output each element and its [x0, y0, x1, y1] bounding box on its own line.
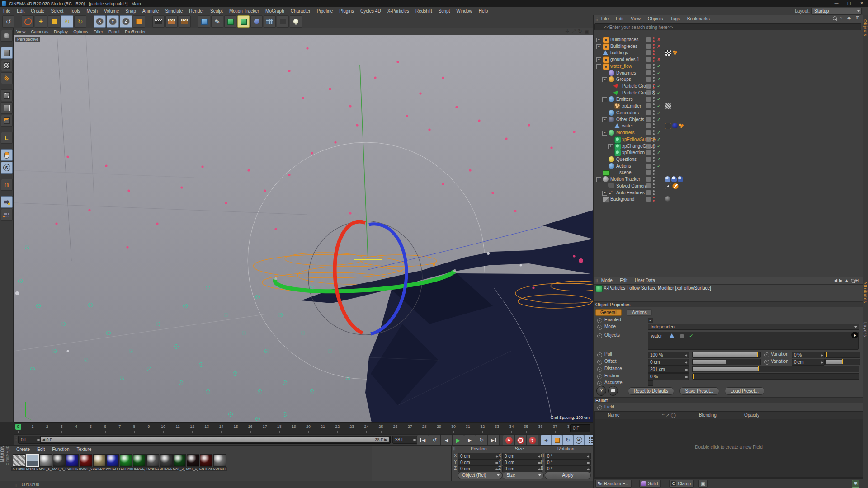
coord-input-position-x[interactable]: 0 cm — [458, 453, 500, 460]
menu-sculpt[interactable]: Sculpt — [207, 7, 226, 15]
object-row-groups[interactable]: −Groups✓ — [594, 76, 863, 83]
target-icon[interactable] — [764, 360, 769, 365]
frame-label-1[interactable]: 1 — [32, 424, 34, 429]
material-terrain[interactable]: TERRAIN — [120, 454, 132, 472]
tex-ball-tag-icon[interactable] — [665, 196, 670, 202]
frame-label-11[interactable]: 11 — [175, 424, 179, 429]
material-thumbnail[interactable] — [39, 454, 52, 467]
object-row-solved-camera[interactable]: Solved Camera — [594, 183, 863, 189]
add-spline-icon[interactable]: ✎ — [211, 15, 223, 28]
spinner-icon[interactable] — [586, 454, 590, 459]
coord-input-position-y[interactable]: 0 cm — [458, 459, 500, 466]
spinner-icon[interactable] — [820, 353, 823, 358]
enabled-icon[interactable]: ✓ — [657, 96, 660, 103]
layer-chip[interactable] — [646, 130, 651, 135]
layer-chip[interactable] — [646, 170, 651, 175]
material-buildin[interactable]: BUILDIN — [93, 454, 106, 472]
visibility-dots[interactable] — [653, 90, 655, 95]
menu-snap[interactable]: Snap — [122, 7, 139, 15]
frame-label-21[interactable]: 21 — [321, 424, 325, 429]
menu-pipeline[interactable]: Pipeline — [314, 7, 336, 15]
enabled-icon[interactable]: ✓ — [657, 143, 660, 150]
tweak-mode-icon[interactable] — [1, 149, 13, 161]
frame-label-4[interactable]: 4 — [75, 424, 77, 429]
enabled-icon[interactable]: ✓ — [657, 70, 660, 76]
coord-input-rotation-b[interactable]: 0 ° — [545, 465, 591, 472]
menu-edit[interactable]: Edit — [14, 7, 28, 15]
range-left-handle[interactable]: ◀ 0 F — [42, 437, 52, 442]
material-bridge[interactable]: BRIDGE — [160, 454, 173, 472]
axis-mode-icon[interactable]: L — [1, 132, 13, 144]
orange-dots-tag-icon[interactable] — [679, 123, 684, 128]
enabled-icon[interactable]: ✓ — [657, 149, 660, 156]
object-row-ground-edes-1[interactable]: +ground edes.1✗ — [594, 56, 863, 63]
viewport-menu-view[interactable]: View — [14, 28, 28, 35]
make-editable-icon[interactable] — [1, 30, 13, 42]
frame-label-32[interactable]: 32 — [480, 424, 485, 429]
material-thumbnail[interactable] — [106, 454, 119, 467]
side-tab-layers[interactable]: Layers — [863, 322, 868, 337]
layer-chip[interactable] — [646, 144, 651, 149]
menu-render[interactable]: Render — [186, 7, 207, 15]
material-mat-5-i[interactable]: MAT_5_I — [39, 454, 52, 472]
frame-label-7[interactable]: 7 — [118, 424, 121, 429]
frame-label-15[interactable]: 15 — [233, 424, 238, 429]
x-axis-lock-icon[interactable]: X — [94, 15, 106, 28]
section-header[interactable]: Object Properties — [594, 301, 863, 307]
expand-icon[interactable]: − — [602, 131, 607, 136]
material-roof-c[interactable]: ROOF_C — [80, 454, 92, 472]
attribute-manager-icons[interactable]: ◀▶▲⊞ — [834, 277, 860, 284]
current-frame-field[interactable]: 0 F — [570, 424, 590, 432]
visibility-dots[interactable] — [653, 70, 655, 75]
apply-button[interactable]: Apply — [545, 472, 591, 479]
material-mat-4-i[interactable]: MAT_4_I — [53, 454, 66, 472]
frame-label-2[interactable]: 2 — [46, 424, 48, 429]
visibility-dots[interactable] — [653, 117, 655, 122]
coord-input-position-z[interactable]: 0 cm — [458, 465, 500, 472]
visibility-dots[interactable] — [653, 50, 655, 55]
object-row-dynamics[interactable]: Dynamics✓ — [594, 70, 863, 76]
menu-script[interactable]: Script — [435, 7, 453, 15]
coord-input-size-z[interactable]: 0 cm — [502, 465, 542, 472]
play-forward-button[interactable]: ▶ — [452, 435, 464, 446]
expand-icon[interactable]: − — [602, 97, 607, 102]
material-water[interactable]: WATER_ — [106, 454, 119, 472]
menu-plugins[interactable]: Plugins — [336, 7, 357, 15]
disabled-icon[interactable]: ✗ — [657, 43, 660, 50]
move-icon[interactable]: + — [35, 15, 47, 28]
coordinate-system-icon[interactable] — [133, 15, 145, 28]
next-frame-button[interactable]: ▶ — [464, 435, 476, 446]
visibility-dots[interactable] — [653, 84, 655, 89]
menu-cycles-4d[interactable]: Cycles 4D — [357, 7, 384, 15]
model-mode-icon[interactable] — [1, 47, 13, 59]
material-mat-2-i[interactable]: MAT_2_I — [173, 454, 186, 472]
render-view-icon[interactable] — [152, 15, 165, 28]
add-floor-icon[interactable] — [264, 15, 276, 28]
side-tab-objects[interactable]: Objects — [863, 19, 868, 37]
key-blue2-tag-icon[interactable] — [671, 176, 677, 182]
om-menu-edit[interactable]: Edit — [612, 15, 627, 23]
frame-label-12[interactable]: 12 — [190, 424, 194, 429]
menu-simulate[interactable]: Simulate — [162, 7, 186, 15]
object-row-motion-tracker[interactable]: +Motion Tracker — [594, 176, 863, 183]
layer-chip[interactable] — [646, 57, 651, 62]
friction-slider[interactable] — [692, 373, 859, 380]
menu-select[interactable]: Select — [47, 7, 66, 15]
om-menu-view[interactable]: View — [627, 15, 644, 23]
falloff-button-solid[interactable]: Solid — [639, 480, 661, 488]
object-row-water[interactable]: water — [594, 122, 863, 129]
scale-icon[interactable] — [48, 15, 60, 28]
frame-label-28[interactable]: 28 — [422, 424, 427, 429]
no-entry-tag-icon[interactable] — [672, 183, 679, 189]
object-row-xpchangegroup[interactable]: +xpChangeGroup✓ — [594, 143, 863, 150]
layer-chip[interactable] — [646, 77, 651, 82]
frame-label-37[interactable]: 37 — [553, 424, 557, 429]
button-reset-to-defaults[interactable]: Reset to Defaults — [628, 387, 674, 395]
coord-input-size-x[interactable]: 0 cm — [502, 453, 542, 460]
objects-list[interactable]: water✓ — [648, 332, 859, 350]
visibility-dots[interactable] — [653, 190, 655, 195]
frame-label-30[interactable]: 30 — [451, 424, 456, 429]
material-thumbnail[interactable] — [53, 454, 66, 467]
polygons-mode-icon[interactable] — [1, 115, 13, 127]
layer-chip[interactable] — [646, 110, 651, 115]
